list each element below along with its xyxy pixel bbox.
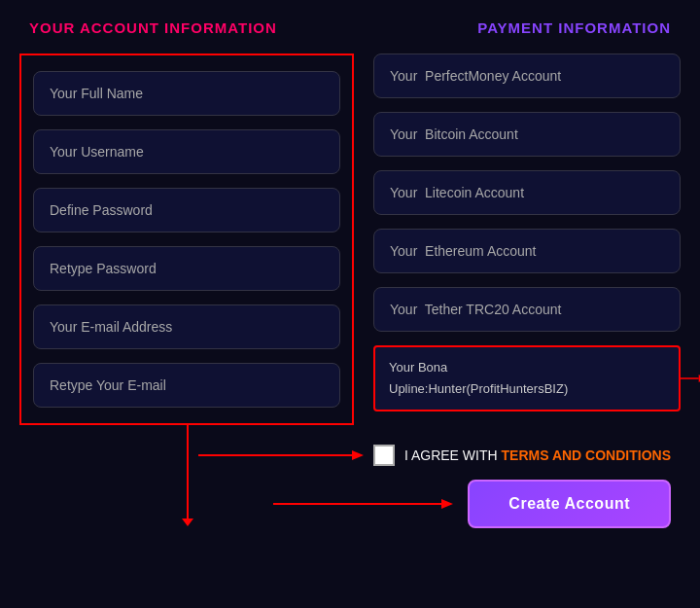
left-field-3[interactable]: [33, 246, 340, 291]
terms-arrow: [198, 447, 364, 464]
right-field-1[interactable]: [373, 112, 681, 157]
referral-line2: Upline:Hunter(ProfitHuntersBIZ): [389, 381, 568, 396]
terms-link[interactable]: TERMS AND CONDITIONS: [502, 447, 671, 463]
terms-text: I AGREE WITH TERMS AND CONDITIONS: [404, 447, 671, 463]
terms-row: I AGREE WITH TERMS AND CONDITIONS: [373, 445, 671, 466]
terms-label: I AGREE WITH: [404, 447, 502, 463]
left-field-2[interactable]: [33, 188, 340, 232]
payment-info-section: Your BonaUpline:Hunter(ProfitHuntersBIZ): [373, 54, 681, 411]
create-btn-row: Create Account: [468, 480, 671, 528]
terms-checkbox[interactable]: [373, 445, 395, 466]
right-field-4[interactable]: [373, 287, 681, 332]
right-field-0[interactable]: [373, 54, 681, 98]
referral-line1: Your Bona: [389, 360, 447, 375]
svg-marker-3: [352, 450, 364, 460]
create-btn-arrow: [273, 495, 453, 513]
account-info-section: [19, 54, 354, 425]
referral-wrapper: Your BonaUpline:Hunter(ProfitHuntersBIZ): [373, 345, 681, 411]
left-field-1[interactable]: [33, 129, 340, 174]
right-field-2[interactable]: [373, 170, 681, 215]
right-section-title: PAYMENT INFORMATION: [477, 19, 671, 36]
left-field-5[interactable]: [33, 363, 340, 408]
referral-arrow: [681, 371, 700, 386]
svg-marker-5: [441, 499, 453, 509]
bottom-section: I AGREE WITH TERMS AND CONDITIONS Create…: [19, 445, 681, 528]
left-field-0[interactable]: [33, 71, 340, 116]
left-field-4[interactable]: [33, 304, 340, 349]
right-field-3[interactable]: [373, 229, 681, 273]
left-section-title: YOUR ACCOUNT INFORMATION: [29, 19, 277, 36]
referral-box: Your BonaUpline:Hunter(ProfitHuntersBIZ): [373, 345, 681, 411]
create-account-button[interactable]: Create Account: [468, 480, 671, 528]
